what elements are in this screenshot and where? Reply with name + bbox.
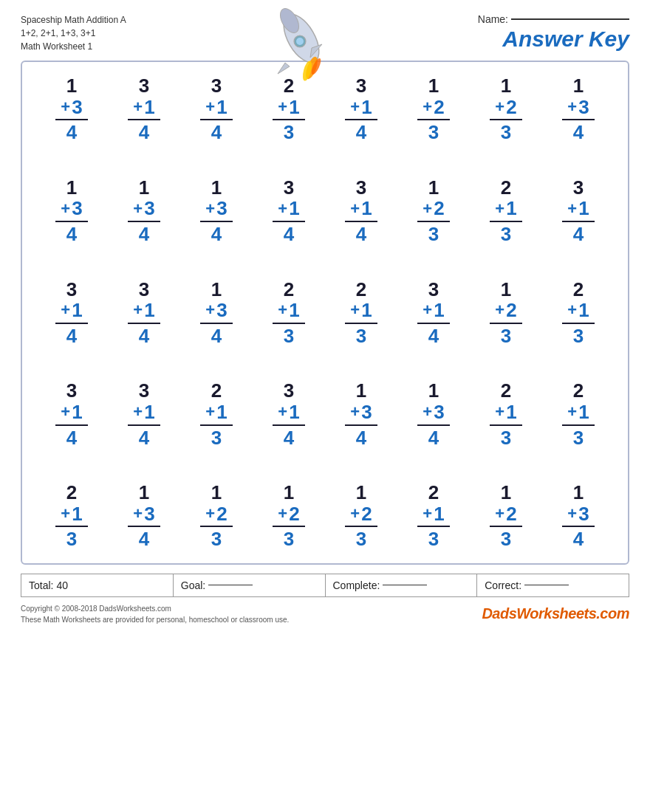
- addend-number: 3: [578, 97, 589, 118]
- addend-number: 1: [72, 402, 82, 423]
- num-addend: +1: [545, 300, 612, 321]
- divider-line: [200, 424, 233, 426]
- num-addend: +3: [183, 300, 250, 321]
- goal-blank: [208, 585, 253, 585]
- addend-number: 1: [506, 198, 516, 219]
- num-answer: 4: [139, 122, 149, 143]
- problem: 3+14: [542, 171, 615, 251]
- header-right: Name: Answer Key: [478, 13, 629, 52]
- total-value: 40: [56, 579, 68, 591]
- divider-line: [128, 526, 160, 527]
- total-cell: Total: 40: [21, 574, 174, 596]
- num-answer: 3: [66, 529, 77, 550]
- addend-number: 1: [72, 503, 82, 525]
- problem: 1+34: [35, 171, 108, 251]
- num-answer: 3: [284, 529, 294, 550]
- complete-label: Complete:: [333, 579, 380, 591]
- num-answer: 3: [501, 122, 511, 143]
- num-top: 2: [356, 279, 366, 300]
- num-addend: +1: [328, 97, 394, 118]
- addend-number: 3: [144, 198, 154, 219]
- divider-line: [128, 424, 160, 426]
- num-top: 2: [211, 380, 222, 402]
- row-spacer: [35, 155, 615, 165]
- addend-number: 2: [506, 97, 516, 118]
- copyright-bar: Copyright © 2008-2018 DadsWorksheets.com…: [21, 603, 629, 625]
- plus-icon: +: [350, 505, 360, 523]
- plus-icon: +: [422, 200, 432, 218]
- plus-icon: +: [567, 505, 577, 523]
- addend-number: 1: [72, 300, 82, 321]
- problem: 2+13: [180, 374, 253, 454]
- problem: 1+23: [470, 69, 542, 149]
- num-addend: +1: [38, 503, 105, 525]
- problem: 1+34: [325, 374, 397, 454]
- num-addend: +1: [328, 300, 394, 321]
- plus-icon: +: [205, 98, 215, 116]
- divider-line: [417, 424, 450, 426]
- num-answer: 4: [139, 326, 149, 347]
- plus-icon: +: [133, 98, 143, 116]
- plus-icon: +: [278, 505, 287, 523]
- problem: 1+23: [397, 171, 470, 251]
- num-top: 1: [356, 380, 366, 402]
- addend-number: 1: [289, 402, 299, 423]
- num-top: 3: [284, 380, 294, 402]
- divider-line: [490, 221, 522, 222]
- num-addend: +1: [111, 402, 177, 423]
- num-answer: 4: [66, 122, 77, 143]
- addend-number: 1: [434, 300, 444, 321]
- num-top: 2: [428, 482, 439, 503]
- plus-icon: +: [278, 403, 287, 421]
- correct-blank: [524, 585, 569, 585]
- divider-line: [200, 119, 233, 120]
- num-addend: +1: [256, 97, 322, 118]
- num-top: 2: [284, 279, 294, 300]
- problem: 1+23: [253, 476, 325, 556]
- plus-icon: +: [350, 200, 360, 218]
- divider-line: [55, 221, 88, 222]
- problem: 1+34: [180, 171, 253, 251]
- plus-icon: +: [567, 98, 577, 116]
- num-addend: +3: [545, 503, 612, 525]
- addend-number: 1: [578, 300, 589, 321]
- problem: 3+14: [180, 69, 253, 149]
- num-top: 1: [356, 482, 366, 503]
- plus-icon: +: [61, 301, 70, 319]
- addend-number: 3: [578, 503, 589, 525]
- addend-number: 2: [506, 300, 516, 321]
- num-top: 2: [573, 380, 584, 402]
- num-addend: +1: [256, 198, 322, 219]
- num-answer: 3: [428, 529, 439, 550]
- divider-line: [417, 119, 450, 120]
- num-answer: 3: [573, 427, 584, 449]
- plus-icon: +: [278, 200, 287, 218]
- divider-line: [562, 424, 595, 426]
- num-answer: 3: [501, 224, 511, 245]
- problem: 3+14: [35, 273, 108, 353]
- num-addend: +1: [545, 402, 612, 423]
- num-top: 1: [139, 177, 149, 199]
- addend-number: 1: [216, 97, 227, 118]
- addend-number: 2: [361, 503, 372, 525]
- row-spacer: [35, 257, 615, 267]
- problem: 1+23: [325, 476, 397, 556]
- divider-line: [345, 323, 377, 324]
- plus-icon: +: [495, 505, 504, 523]
- num-answer: 4: [356, 427, 366, 449]
- copyright-line2: These Math Worksheets are provided for p…: [21, 614, 289, 625]
- num-answer: 3: [573, 326, 584, 347]
- problems-grid: 1+343+143+142+133+141+231+231+341+341+34…: [35, 69, 615, 556]
- num-answer: 3: [284, 122, 294, 143]
- num-addend: +1: [183, 402, 250, 423]
- num-addend: +1: [111, 300, 177, 321]
- addend-number: 1: [434, 503, 444, 525]
- num-addend: +2: [328, 503, 394, 525]
- addend-number: 3: [361, 402, 372, 423]
- problem: 3+14: [397, 273, 470, 353]
- footer-box: Total: 40 Goal: Complete: Correct:: [21, 574, 629, 597]
- num-addend: +1: [545, 198, 612, 219]
- problem: 1+23: [180, 476, 253, 556]
- num-top: 3: [428, 279, 439, 300]
- divider-line: [345, 424, 377, 426]
